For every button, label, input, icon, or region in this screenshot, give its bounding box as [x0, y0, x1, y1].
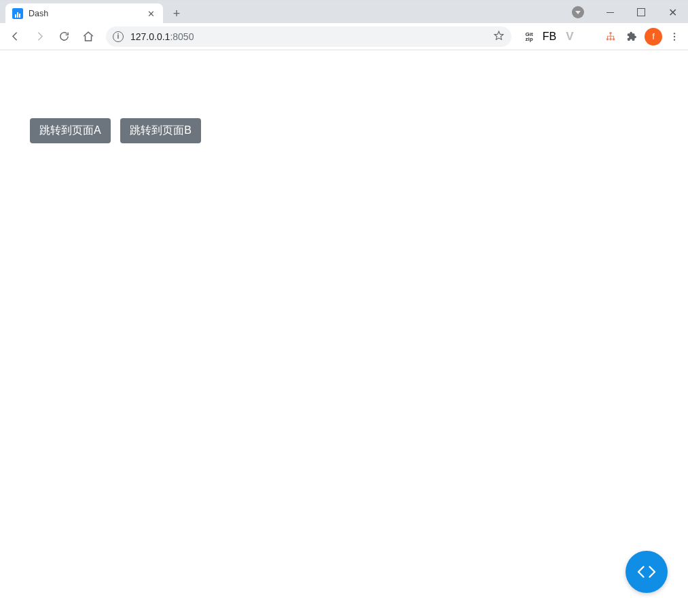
dash-favicon [12, 8, 23, 19]
svg-point-1 [606, 37, 609, 40]
app-body: 跳转到页面A 跳转到页面B [0, 50, 688, 143]
address-bar[interactable]: i 127.0.0.1:8050 [106, 26, 511, 47]
code-icon [636, 564, 657, 580]
goto-page-a-button[interactable]: 跳转到页面A [30, 118, 111, 143]
dash-devtools-fab[interactable] [626, 551, 668, 593]
chrome-menu-icon[interactable] [665, 27, 684, 46]
extension-icons: Git zip FB V [521, 29, 639, 45]
forward-button[interactable] [29, 26, 50, 48]
window-maximize-button[interactable] [626, 2, 657, 22]
window-minimize-button[interactable] [594, 2, 626, 22]
svg-point-6 [674, 39, 675, 40]
chrome-profile-indicator-icon[interactable] [568, 3, 587, 22]
window-close-button[interactable]: ✕ [657, 2, 688, 22]
bookmark-star-icon[interactable] [493, 30, 505, 43]
close-tab-icon[interactable]: ✕ [145, 8, 156, 19]
svg-point-0 [609, 31, 612, 34]
site-info-icon[interactable]: i [113, 31, 124, 42]
goto-page-b-button[interactable]: 跳转到页面B [120, 118, 201, 143]
page-viewport: 跳转到页面A 跳转到页面B [0, 50, 688, 616]
extension-fb-icon[interactable]: FB [541, 29, 558, 45]
extension-globe-icon[interactable] [582, 29, 598, 45]
svg-point-3 [613, 37, 615, 40]
extension-vue-icon[interactable]: V [562, 29, 578, 45]
svg-point-4 [674, 33, 675, 34]
tab-title: Dash [29, 9, 145, 18]
avatar-initial: f [652, 31, 655, 41]
new-tab-button[interactable]: + [167, 4, 186, 23]
extensions-menu-icon[interactable] [623, 29, 639, 45]
extension-gitzip-icon[interactable]: Git zip [521, 29, 537, 45]
home-button[interactable] [77, 26, 99, 48]
browser-toolbar: i 127.0.0.1:8050 Git zip FB V f [0, 23, 688, 50]
url-host: 127.0.0.1 [130, 31, 170, 42]
window-titlebar: Dash ✕ + ✕ [0, 0, 688, 23]
browser-tab[interactable]: Dash ✕ [5, 3, 163, 24]
back-button[interactable] [4, 26, 26, 48]
reload-button[interactable] [53, 26, 75, 48]
svg-point-5 [674, 35, 675, 37]
url-port: :8050 [170, 31, 194, 42]
window-controls: ✕ [568, 1, 688, 24]
extension-sitemap-icon[interactable] [602, 29, 619, 45]
profile-avatar[interactable]: f [645, 28, 662, 46]
